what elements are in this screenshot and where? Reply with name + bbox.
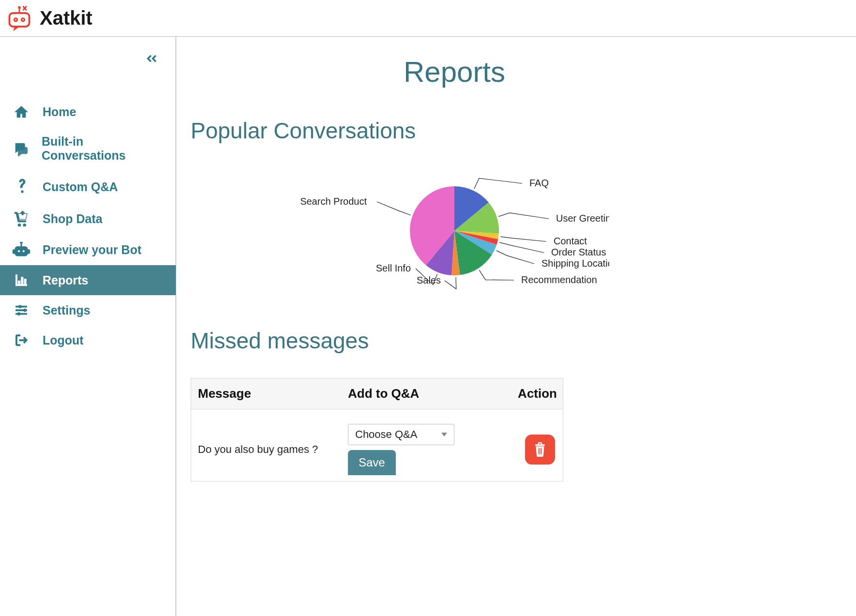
pie-slice-label: User Greetings — [556, 213, 609, 224]
chat-icon — [11, 141, 31, 156]
brand: Xatkit — [5, 5, 101, 32]
sidebar-item-reports[interactable]: Reports — [0, 265, 176, 295]
main-content: Reports Popular Conversations FAQUser Gr… — [176, 37, 737, 616]
svg-point-4 — [22, 19, 24, 20]
sidebar-item-label: Custom Q&A — [43, 180, 118, 194]
svg-rect-10 — [13, 250, 15, 254]
popular-conversations-title: Popular Conversations — [191, 118, 718, 144]
svg-point-17 — [24, 309, 27, 312]
sidebar: Home Built-in Conversations Custom Q&A S… — [0, 37, 176, 616]
svg-rect-9 — [15, 247, 27, 256]
pie-slice-label: Sales — [417, 275, 441, 285]
sidebar-item-label: Settings — [43, 303, 90, 317]
svg-point-15 — [20, 242, 23, 243]
sidebar-item-builtin-conversations[interactable]: Built-in Conversations — [0, 127, 176, 170]
qa-select[interactable]: Choose Q&A — [348, 424, 454, 445]
sidebar-item-settings[interactable]: Settings — [0, 295, 176, 325]
xatkit-logo-icon — [5, 5, 34, 32]
brand-name: Xatkit — [40, 7, 92, 29]
sidebar-item-label: Built-in Conversations — [42, 135, 165, 163]
page-title: Reports — [191, 55, 718, 89]
pie-slice-label: Shipping Location — [541, 258, 609, 269]
sidebar-item-home[interactable]: Home — [0, 97, 176, 127]
svg-point-13 — [22, 250, 25, 253]
col-add: Add to Q&A — [341, 378, 486, 409]
sidebar-item-label: Reports — [43, 273, 88, 287]
qa-select-value: Choose Q&A — [355, 428, 417, 441]
robot-icon — [11, 242, 32, 257]
cart-icon — [11, 211, 32, 226]
table-header: Message Add to Q&A Action — [191, 378, 563, 409]
svg-point-12 — [17, 250, 20, 253]
missed-messages-table: Message Add to Q&A Action Do you also bu… — [191, 378, 563, 481]
sidebar-item-label: Logout — [43, 333, 84, 347]
popular-conversations-chart: FAQUser GreetingsContactOrder StatusShip… — [191, 168, 718, 303]
sidebar-item-logout[interactable]: Logout — [0, 325, 176, 355]
sidebar-item-label: Home — [43, 105, 76, 119]
pie-slice-label: Sell Info — [376, 263, 411, 273]
pie-slice-label: Order Status — [551, 247, 606, 257]
table-row: Do you also buy games ? Choose Q&A Save — [191, 409, 563, 481]
trash-icon — [534, 442, 546, 457]
home-icon — [11, 105, 32, 119]
svg-point-3 — [15, 19, 16, 20]
delete-button[interactable] — [525, 435, 555, 465]
svg-point-16 — [19, 305, 22, 308]
logout-icon — [11, 333, 32, 347]
missed-messages-title: Missed messages — [191, 328, 718, 354]
col-action: Action — [486, 378, 564, 409]
svg-point-6 — [18, 6, 21, 9]
chart-icon — [11, 273, 32, 287]
svg-rect-0 — [9, 13, 29, 26]
svg-point-18 — [17, 313, 20, 316]
col-message: Message — [191, 378, 341, 409]
sidebar-item-label: Preview your Bot — [43, 243, 141, 257]
sidebar-item-label: Shop Data — [43, 212, 103, 226]
sidebar-item-preview-bot[interactable]: Preview your Bot — [0, 234, 176, 265]
message-cell: Do you also buy games ? — [191, 437, 341, 462]
sliders-icon — [11, 303, 32, 317]
question-icon — [11, 178, 32, 195]
pie-slice-label: Contact — [554, 236, 587, 246]
chevron-down-icon — [441, 433, 447, 436]
pie-slice-label: Recommendation — [521, 274, 597, 285]
sidebar-item-custom-qa[interactable]: Custom Q&A — [0, 170, 176, 203]
svg-rect-11 — [28, 250, 30, 254]
pie-slice-label: Search Product — [300, 196, 367, 207]
pie-slice-label: FAQ — [529, 178, 549, 188]
app-header: Xatkit — [0, 0, 856, 37]
save-button[interactable]: Save — [348, 450, 396, 475]
collapse-sidebar-icon[interactable] — [144, 51, 158, 68]
sidebar-item-shop-data[interactable]: Shop Data — [0, 203, 176, 234]
